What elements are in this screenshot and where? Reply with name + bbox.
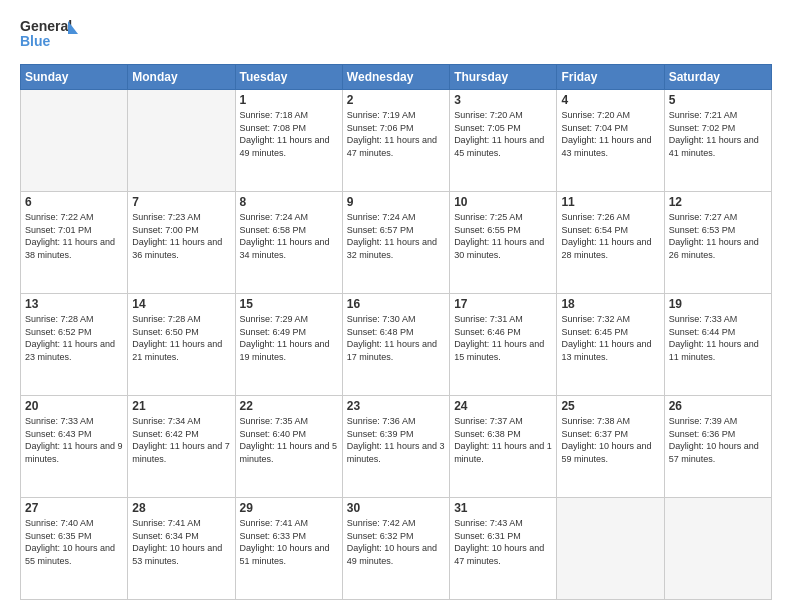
day-number: 17: [454, 297, 552, 311]
calendar-cell: 25Sunrise: 7:38 AM Sunset: 6:37 PM Dayli…: [557, 396, 664, 498]
day-number: 1: [240, 93, 338, 107]
weekday-header-tuesday: Tuesday: [235, 65, 342, 90]
day-number: 24: [454, 399, 552, 413]
day-number: 11: [561, 195, 659, 209]
calendar-cell: 26Sunrise: 7:39 AM Sunset: 6:36 PM Dayli…: [664, 396, 771, 498]
calendar-cell: 13Sunrise: 7:28 AM Sunset: 6:52 PM Dayli…: [21, 294, 128, 396]
weekday-header-wednesday: Wednesday: [342, 65, 449, 90]
calendar-cell: 27Sunrise: 7:40 AM Sunset: 6:35 PM Dayli…: [21, 498, 128, 600]
day-number: 13: [25, 297, 123, 311]
weekday-header-sunday: Sunday: [21, 65, 128, 90]
logo: GeneralBlue: [20, 16, 80, 54]
svg-text:General: General: [20, 18, 72, 34]
day-info: Sunrise: 7:22 AM Sunset: 7:01 PM Dayligh…: [25, 211, 123, 261]
day-number: 22: [240, 399, 338, 413]
day-info: Sunrise: 7:28 AM Sunset: 6:50 PM Dayligh…: [132, 313, 230, 363]
day-info: Sunrise: 7:33 AM Sunset: 6:43 PM Dayligh…: [25, 415, 123, 465]
day-info: Sunrise: 7:25 AM Sunset: 6:55 PM Dayligh…: [454, 211, 552, 261]
calendar-cell: 6Sunrise: 7:22 AM Sunset: 7:01 PM Daylig…: [21, 192, 128, 294]
day-info: Sunrise: 7:24 AM Sunset: 6:58 PM Dayligh…: [240, 211, 338, 261]
calendar-cell: [128, 90, 235, 192]
calendar-cell: 20Sunrise: 7:33 AM Sunset: 6:43 PM Dayli…: [21, 396, 128, 498]
day-number: 30: [347, 501, 445, 515]
day-info: Sunrise: 7:35 AM Sunset: 6:40 PM Dayligh…: [240, 415, 338, 465]
day-number: 31: [454, 501, 552, 515]
day-number: 10: [454, 195, 552, 209]
day-info: Sunrise: 7:32 AM Sunset: 6:45 PM Dayligh…: [561, 313, 659, 363]
calendar-cell: 9Sunrise: 7:24 AM Sunset: 6:57 PM Daylig…: [342, 192, 449, 294]
day-info: Sunrise: 7:29 AM Sunset: 6:49 PM Dayligh…: [240, 313, 338, 363]
weekday-header-monday: Monday: [128, 65, 235, 90]
day-info: Sunrise: 7:20 AM Sunset: 7:04 PM Dayligh…: [561, 109, 659, 159]
calendar-cell: 4Sunrise: 7:20 AM Sunset: 7:04 PM Daylig…: [557, 90, 664, 192]
logo-icon: GeneralBlue: [20, 16, 80, 54]
calendar-week-row: 1Sunrise: 7:18 AM Sunset: 7:08 PM Daylig…: [21, 90, 772, 192]
day-info: Sunrise: 7:36 AM Sunset: 6:39 PM Dayligh…: [347, 415, 445, 465]
day-info: Sunrise: 7:33 AM Sunset: 6:44 PM Dayligh…: [669, 313, 767, 363]
day-number: 3: [454, 93, 552, 107]
calendar-cell: 28Sunrise: 7:41 AM Sunset: 6:34 PM Dayli…: [128, 498, 235, 600]
day-number: 21: [132, 399, 230, 413]
svg-text:Blue: Blue: [20, 33, 51, 49]
weekday-header-saturday: Saturday: [664, 65, 771, 90]
calendar-cell: 19Sunrise: 7:33 AM Sunset: 6:44 PM Dayli…: [664, 294, 771, 396]
day-number: 5: [669, 93, 767, 107]
day-number: 26: [669, 399, 767, 413]
day-info: Sunrise: 7:40 AM Sunset: 6:35 PM Dayligh…: [25, 517, 123, 567]
day-info: Sunrise: 7:26 AM Sunset: 6:54 PM Dayligh…: [561, 211, 659, 261]
day-info: Sunrise: 7:18 AM Sunset: 7:08 PM Dayligh…: [240, 109, 338, 159]
calendar-cell: 21Sunrise: 7:34 AM Sunset: 6:42 PM Dayli…: [128, 396, 235, 498]
calendar-cell: 2Sunrise: 7:19 AM Sunset: 7:06 PM Daylig…: [342, 90, 449, 192]
calendar-cell: 1Sunrise: 7:18 AM Sunset: 7:08 PM Daylig…: [235, 90, 342, 192]
day-number: 18: [561, 297, 659, 311]
calendar-cell: 14Sunrise: 7:28 AM Sunset: 6:50 PM Dayli…: [128, 294, 235, 396]
day-info: Sunrise: 7:19 AM Sunset: 7:06 PM Dayligh…: [347, 109, 445, 159]
day-info: Sunrise: 7:28 AM Sunset: 6:52 PM Dayligh…: [25, 313, 123, 363]
calendar-cell: 10Sunrise: 7:25 AM Sunset: 6:55 PM Dayli…: [450, 192, 557, 294]
calendar-cell: 23Sunrise: 7:36 AM Sunset: 6:39 PM Dayli…: [342, 396, 449, 498]
calendar-header-row: SundayMondayTuesdayWednesdayThursdayFrid…: [21, 65, 772, 90]
day-info: Sunrise: 7:21 AM Sunset: 7:02 PM Dayligh…: [669, 109, 767, 159]
day-number: 27: [25, 501, 123, 515]
calendar-cell: 18Sunrise: 7:32 AM Sunset: 6:45 PM Dayli…: [557, 294, 664, 396]
calendar-cell: 17Sunrise: 7:31 AM Sunset: 6:46 PM Dayli…: [450, 294, 557, 396]
calendar-cell: 22Sunrise: 7:35 AM Sunset: 6:40 PM Dayli…: [235, 396, 342, 498]
day-number: 4: [561, 93, 659, 107]
calendar-cell: 7Sunrise: 7:23 AM Sunset: 7:00 PM Daylig…: [128, 192, 235, 294]
calendar-table: SundayMondayTuesdayWednesdayThursdayFrid…: [20, 64, 772, 600]
calendar-cell: 24Sunrise: 7:37 AM Sunset: 6:38 PM Dayli…: [450, 396, 557, 498]
calendar-week-row: 6Sunrise: 7:22 AM Sunset: 7:01 PM Daylig…: [21, 192, 772, 294]
calendar-cell: [557, 498, 664, 600]
day-number: 29: [240, 501, 338, 515]
day-number: 19: [669, 297, 767, 311]
day-number: 2: [347, 93, 445, 107]
day-info: Sunrise: 7:38 AM Sunset: 6:37 PM Dayligh…: [561, 415, 659, 465]
day-number: 16: [347, 297, 445, 311]
day-number: 23: [347, 399, 445, 413]
day-info: Sunrise: 7:34 AM Sunset: 6:42 PM Dayligh…: [132, 415, 230, 465]
calendar-cell: 30Sunrise: 7:42 AM Sunset: 6:32 PM Dayli…: [342, 498, 449, 600]
day-number: 12: [669, 195, 767, 209]
calendar-cell: 16Sunrise: 7:30 AM Sunset: 6:48 PM Dayli…: [342, 294, 449, 396]
day-info: Sunrise: 7:42 AM Sunset: 6:32 PM Dayligh…: [347, 517, 445, 567]
day-info: Sunrise: 7:23 AM Sunset: 7:00 PM Dayligh…: [132, 211, 230, 261]
day-info: Sunrise: 7:37 AM Sunset: 6:38 PM Dayligh…: [454, 415, 552, 465]
day-info: Sunrise: 7:30 AM Sunset: 6:48 PM Dayligh…: [347, 313, 445, 363]
day-number: 7: [132, 195, 230, 209]
weekday-header-thursday: Thursday: [450, 65, 557, 90]
calendar-week-row: 20Sunrise: 7:33 AM Sunset: 6:43 PM Dayli…: [21, 396, 772, 498]
calendar-cell: 8Sunrise: 7:24 AM Sunset: 6:58 PM Daylig…: [235, 192, 342, 294]
calendar-cell: 15Sunrise: 7:29 AM Sunset: 6:49 PM Dayli…: [235, 294, 342, 396]
calendar-cell: 29Sunrise: 7:41 AM Sunset: 6:33 PM Dayli…: [235, 498, 342, 600]
day-info: Sunrise: 7:39 AM Sunset: 6:36 PM Dayligh…: [669, 415, 767, 465]
svg-marker-2: [68, 21, 78, 34]
day-number: 25: [561, 399, 659, 413]
day-number: 8: [240, 195, 338, 209]
day-info: Sunrise: 7:27 AM Sunset: 6:53 PM Dayligh…: [669, 211, 767, 261]
calendar-cell: 31Sunrise: 7:43 AM Sunset: 6:31 PM Dayli…: [450, 498, 557, 600]
day-number: 6: [25, 195, 123, 209]
day-number: 9: [347, 195, 445, 209]
calendar-week-row: 27Sunrise: 7:40 AM Sunset: 6:35 PM Dayli…: [21, 498, 772, 600]
day-info: Sunrise: 7:41 AM Sunset: 6:33 PM Dayligh…: [240, 517, 338, 567]
day-number: 28: [132, 501, 230, 515]
